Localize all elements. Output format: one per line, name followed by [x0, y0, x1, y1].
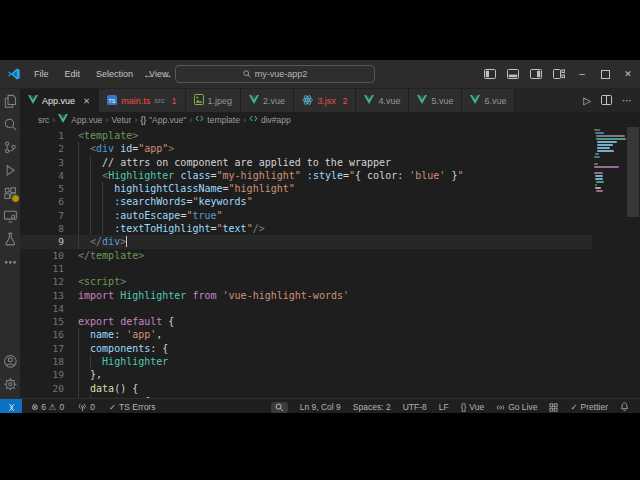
activity-settings-icon[interactable]	[3, 377, 18, 392]
code-line-15[interactable]: 15export default {	[20, 315, 592, 328]
activity-remote-explorer-icon[interactable]	[3, 209, 18, 224]
forward-arrow-icon[interactable]: →	[162, 68, 173, 80]
line-number[interactable]: 11	[20, 262, 64, 275]
tab-6.vue[interactable]: 6.vue	[462, 89, 515, 112]
breadcrumb-item[interactable]: Vetur	[112, 115, 132, 125]
vertical-scrollbar[interactable]	[626, 127, 640, 398]
code-line-2[interactable]: 2 <div id="app">	[20, 142, 592, 155]
command-center-search[interactable]: my-vue-app2	[175, 65, 375, 83]
scrollbar-thumb[interactable]	[627, 127, 639, 217]
line-number[interactable]: 16	[20, 328, 64, 341]
cursor-position-status[interactable]: Ln 9, Col 9	[295, 402, 346, 412]
notifications-button[interactable]	[615, 402, 634, 412]
toggle-secondary-sidebar-icon[interactable]	[530, 68, 542, 80]
breadcrumb-item[interactable]: src	[38, 115, 49, 125]
line-number[interactable]: 13	[20, 289, 64, 302]
breadcrumb-item[interactable]: {}"App.vue"	[140, 115, 186, 125]
code-line-20[interactable]: 20 data() {	[20, 382, 592, 395]
tab-main.ts[interactable]: TSmain.tssrc1	[99, 89, 185, 112]
problems-status[interactable]: ⊗ 6 ⚠ 0	[26, 402, 69, 412]
prettier-status[interactable]: ✓ Prettier	[565, 402, 613, 412]
line-number[interactable]: 7	[20, 209, 64, 222]
activity-account-icon[interactable]	[3, 354, 18, 369]
status-search-button[interactable]	[266, 402, 293, 413]
tab-App.vue[interactable]: App.vue✕	[20, 89, 99, 112]
code-line-1[interactable]: 1<template>	[20, 129, 592, 142]
code-line-11[interactable]: 11	[20, 262, 592, 275]
code-line-12[interactable]: 12<script>	[20, 275, 592, 288]
line-number[interactable]: 3	[20, 156, 64, 169]
code-line-9[interactable]: 9 </div>	[20, 235, 592, 248]
code-line-19[interactable]: 19 },	[20, 368, 592, 381]
code-line-10[interactable]: 10</template>	[20, 249, 592, 262]
line-number[interactable]: 8	[20, 222, 64, 235]
menu-file[interactable]: File	[28, 66, 55, 82]
code-editor[interactable]: 1<template>2 <div id="app">3 // attrs on…	[20, 127, 640, 398]
line-number[interactable]: 12	[20, 275, 64, 288]
line-number[interactable]: 9	[20, 235, 64, 248]
activity-testing-icon[interactable]	[3, 232, 18, 247]
maximize-button[interactable]	[599, 68, 611, 80]
extension-grid-status[interactable]	[544, 403, 563, 412]
minimap[interactable]	[592, 129, 626, 398]
tab-4.vue[interactable]: 4.vue	[356, 89, 409, 112]
indentation-status[interactable]: Spaces: 2	[348, 402, 396, 412]
breadcrumb-item[interactable]: App.vue	[58, 114, 102, 125]
line-number[interactable]: 17	[20, 342, 64, 355]
code-line-6[interactable]: 6 :searchWords="keywords"	[20, 195, 592, 208]
line-number[interactable]: 21	[20, 395, 64, 398]
tab-close-icon[interactable]: ✕	[83, 96, 90, 106]
code-line-3[interactable]: 3 // attrs on component are applied to t…	[20, 156, 592, 169]
code-line-21[interactable]: 21 return {	[20, 395, 592, 398]
code-line-16[interactable]: 16 name: 'app',	[20, 328, 592, 341]
line-number[interactable]: 15	[20, 315, 64, 328]
breadcrumb-item[interactable]: div#app	[249, 114, 291, 125]
code-line-18[interactable]: 18 Highlighter	[20, 355, 592, 368]
code-line-4[interactable]: 4 <Highlighter class="my-highlight" :sty…	[20, 169, 592, 182]
activity-search-icon[interactable]	[3, 117, 18, 132]
split-editor-icon[interactable]	[601, 95, 612, 107]
line-number[interactable]: 2	[20, 142, 64, 155]
ports-status[interactable]: 0	[73, 402, 100, 412]
tab-3.jsx[interactable]: 3.jsx2	[294, 89, 356, 112]
encoding-status[interactable]: UTF-8	[398, 402, 432, 412]
line-number[interactable]: 6	[20, 195, 64, 208]
code-line-7[interactable]: 7 :autoEscape="true"	[20, 209, 592, 222]
line-number[interactable]: 4	[20, 169, 64, 182]
breadcrumb-item[interactable]: template	[195, 114, 240, 125]
run-file-icon[interactable]: ▷	[583, 95, 591, 106]
remote-indicator[interactable]	[0, 399, 22, 413]
code-line-14[interactable]: 14	[20, 302, 592, 315]
activity-extensions-icon[interactable]	[3, 186, 18, 201]
go-live-status[interactable]: Go Live	[491, 402, 542, 412]
customize-layout-icon[interactable]	[553, 68, 565, 80]
editor-more-actions-icon[interactable]: ⋯	[622, 95, 632, 106]
line-number[interactable]: 20	[20, 382, 64, 395]
line-number[interactable]: 18	[20, 355, 64, 368]
line-number[interactable]: 14	[20, 302, 64, 315]
code-line-13[interactable]: 13import Highlighter from 'vue-highlight…	[20, 289, 592, 302]
code-line-17[interactable]: 17 components: {	[20, 342, 592, 355]
code-line-5[interactable]: 5 highlightClassName="highlight"	[20, 182, 592, 195]
tab-2.vue[interactable]: 2.vue	[241, 89, 294, 112]
line-number[interactable]: 19	[20, 368, 64, 381]
line-number[interactable]: 10	[20, 249, 64, 262]
menu-edit[interactable]: Edit	[59, 66, 87, 82]
close-button[interactable]: ✕	[622, 68, 634, 80]
line-number[interactable]: 5	[20, 182, 64, 195]
tab-5.vue[interactable]: 5.vue	[409, 89, 462, 112]
tab-1.jpeg[interactable]: 1.jpeg	[186, 89, 242, 112]
line-number[interactable]: 1	[20, 129, 64, 142]
eol-status[interactable]: LF	[434, 402, 454, 412]
activity-more-icon[interactable]	[3, 255, 18, 270]
activity-explorer-icon[interactable]	[3, 94, 18, 109]
menu-selection[interactable]: Selection	[90, 66, 139, 82]
activity-source-control-icon[interactable]	[3, 140, 18, 155]
language-mode-status[interactable]: {} Vue	[456, 402, 490, 412]
toggle-panel-icon[interactable]	[507, 68, 519, 80]
minimize-button[interactable]: –	[576, 68, 588, 80]
back-arrow-icon[interactable]: ←	[143, 68, 154, 80]
activity-run-and-debug-icon[interactable]	[3, 163, 18, 178]
ts-errors-status[interactable]: ✓ TS Errors	[104, 402, 161, 412]
toggle-primary-sidebar-icon[interactable]	[484, 68, 496, 80]
